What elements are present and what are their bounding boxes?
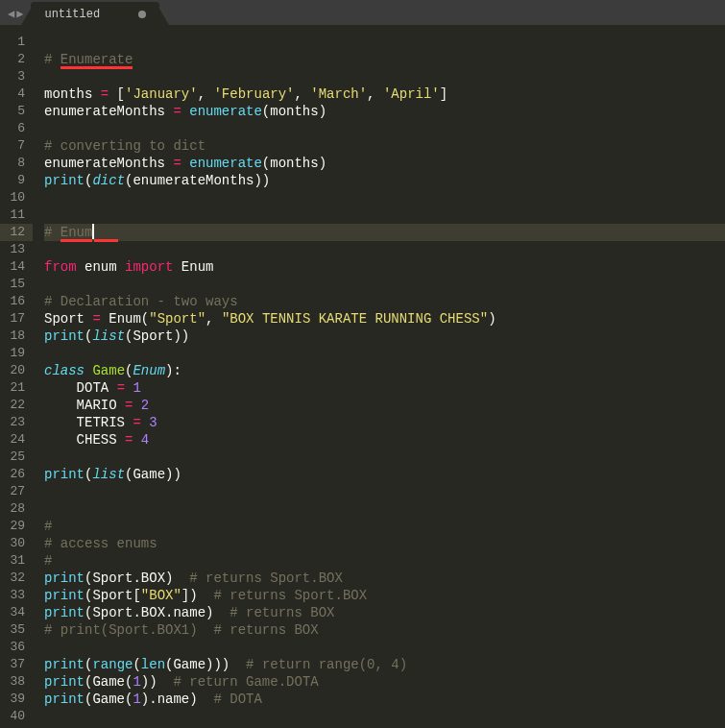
token: TETRIS: [44, 415, 133, 430]
line-number: 31: [8, 552, 25, 570]
code-line[interactable]: # access enums: [44, 535, 725, 552]
token: Enum: [173, 259, 213, 275]
line-number: 25: [8, 449, 25, 466]
code-line[interactable]: [44, 449, 725, 466]
code-line[interactable]: [44, 276, 725, 293]
code-line[interactable]: #: [44, 552, 725, 570]
token: =: [173, 104, 181, 119]
token: Enum: [60, 226, 93, 242]
line-number: 30: [8, 535, 25, 552]
code-line[interactable]: print(dict(enumerateMonths)): [44, 172, 725, 189]
code-line[interactable]: print(Sport["BOX"]) # returns Sport.BOX: [44, 587, 725, 604]
token: class: [44, 363, 85, 378]
token: print: [44, 657, 85, 672]
token: (Game(: [85, 674, 133, 690]
token: ,: [294, 86, 310, 102]
token: (Sport)): [125, 328, 189, 344]
line-number: 10: [8, 189, 25, 206]
code-line[interactable]: # Declaration - two ways: [44, 293, 725, 310]
token: 1: [133, 692, 140, 707]
token: print: [44, 467, 85, 482]
token: ): [488, 311, 495, 327]
code-area[interactable]: # Enumeratemonths = ['January', 'Februar…: [33, 25, 725, 728]
token: (Sport.BOX): [85, 570, 189, 586]
line-number: 21: [8, 379, 25, 397]
code-line[interactable]: enumerateMonths = enumerate(months): [44, 155, 725, 172]
token: ,: [198, 86, 214, 102]
code-line[interactable]: TETRIS = 3: [44, 414, 725, 431]
code-line[interactable]: enumerateMonths = enumerate(months): [44, 103, 725, 120]
line-number: 37: [8, 656, 25, 673]
code-line[interactable]: [44, 120, 725, 137]
code-line[interactable]: [44, 34, 725, 51]
line-number: 22: [8, 397, 25, 414]
code-line[interactable]: [44, 241, 725, 258]
code-line[interactable]: [44, 500, 725, 518]
dirty-indicator-icon: [138, 11, 146, 18]
token: Enum: [133, 363, 165, 378]
token: "Sport": [149, 311, 205, 327]
line-number: 19: [8, 345, 25, 362]
token: # DOTA: [213, 692, 261, 707]
token: DOTA: [44, 380, 117, 396]
code-line[interactable]: print(Sport.BOX) # returns Sport.BOX: [44, 570, 725, 587]
line-number: 15: [8, 276, 25, 293]
code-line[interactable]: [44, 68, 725, 85]
code-line[interactable]: Sport = Enum("Sport", "BOX TENNIS KARATE…: [44, 310, 725, 328]
code-line[interactable]: # Enumerate: [44, 51, 725, 68]
token: (Sport[: [85, 588, 141, 603]
code-line[interactable]: MARIO = 2: [44, 397, 725, 414]
code-line[interactable]: #: [44, 518, 725, 535]
code-line[interactable]: [44, 345, 725, 362]
tab-untitled[interactable]: untitled: [31, 2, 159, 25]
code-line[interactable]: [44, 708, 725, 725]
token: (: [133, 657, 140, 672]
code-line[interactable]: class Game(Enum):: [44, 362, 725, 379]
line-number: 4: [8, 85, 25, 103]
editor[interactable]: 1234567891011121314151617181920212223242…: [0, 25, 725, 728]
line-number: 6: [8, 120, 25, 137]
token: [181, 104, 189, 119]
token: enumerateMonths: [44, 156, 173, 171]
token: 'February': [213, 86, 294, 102]
code-line[interactable]: CHESS = 4: [44, 431, 725, 449]
token: enum: [77, 259, 125, 275]
code-line[interactable]: # converting to dict: [44, 137, 725, 155]
code-line[interactable]: [44, 189, 725, 206]
code-line[interactable]: print(Sport.BOX.name) # returns BOX: [44, 604, 725, 621]
token: ).name): [141, 692, 214, 707]
token: =: [92, 311, 100, 327]
title-bar: ◀ ▶ untitled: [0, 0, 725, 25]
line-number: 1: [8, 34, 25, 51]
token: (months): [262, 104, 326, 119]
token: # Declaration - two ways: [44, 294, 238, 309]
code-line[interactable]: print(range(len(Game))) # return range(0…: [44, 656, 725, 673]
line-number: 40: [8, 708, 25, 725]
code-line[interactable]: [44, 206, 725, 224]
code-line[interactable]: print(list(Game)): [44, 466, 725, 483]
line-number: 39: [8, 691, 25, 708]
code-line[interactable]: print(Game(1)) # return Game.DOTA: [44, 673, 725, 691]
token: len: [141, 657, 165, 672]
token: # return Game.DOTA: [173, 674, 318, 690]
line-number-gutter: 1234567891011121314151617181920212223242…: [0, 25, 33, 728]
code-line[interactable]: DOTA = 1: [44, 379, 725, 397]
token: (Game))): [165, 657, 246, 672]
line-number: 16: [8, 293, 25, 310]
line-number: 14: [8, 258, 25, 276]
token: enumerate: [189, 104, 262, 119]
code-line[interactable]: print(Game(1).name) # DOTA: [44, 691, 725, 708]
token: print: [44, 588, 85, 603]
code-line[interactable]: [44, 483, 725, 500]
code-line[interactable]: # print(Sport.BOX1) # returns BOX: [44, 621, 725, 639]
code-line[interactable]: from enum import Enum: [44, 258, 725, 276]
line-number: 8: [8, 155, 25, 172]
token: enumerateMonths: [44, 104, 173, 119]
code-line[interactable]: [44, 639, 725, 656]
token: =: [117, 380, 125, 396]
code-line[interactable]: print(list(Sport)): [44, 328, 725, 345]
nav-back-icon[interactable]: ◀: [8, 7, 14, 21]
code-line[interactable]: # Enum: [44, 224, 725, 241]
code-line[interactable]: months = ['January', 'February', 'March'…: [44, 85, 725, 103]
line-number: 27: [8, 483, 25, 500]
